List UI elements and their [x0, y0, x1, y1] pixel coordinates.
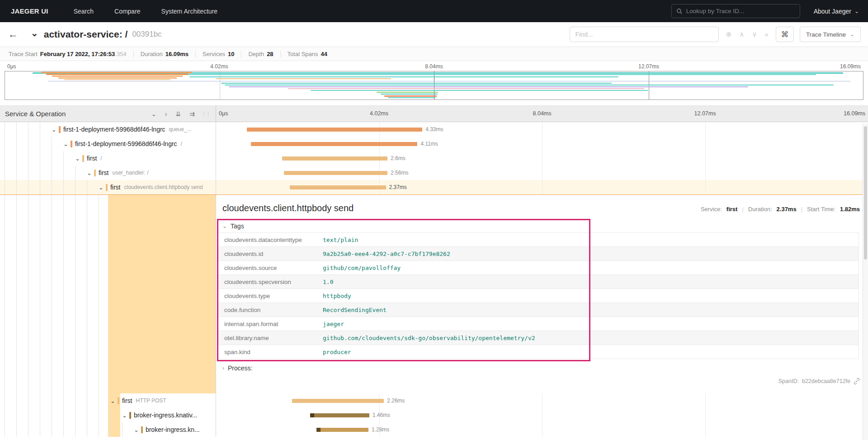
tags-section-header[interactable]: ⌄ Tags [218, 220, 859, 233]
timeline-gridline [705, 408, 706, 422]
minimap-canvas[interactable] [5, 71, 863, 100]
app-brand[interactable]: JAEGER UI [11, 7, 48, 15]
operation-name: cloudevents.client.httpbody send [124, 184, 203, 190]
trace-collapse-toggle[interactable]: ⌄ [31, 28, 38, 38]
timeline-gridline [705, 122, 706, 137]
tag-key: otel.library.name [224, 335, 323, 341]
timeline-gridline [705, 137, 706, 151]
span-row-name-cell[interactable]: ⌄firstHTTP POST [0, 393, 216, 408]
span-bar[interactable] [251, 142, 417, 146]
span-row-name-cell[interactable]: ⌄firstcloudevents.client.httpbody send [0, 180, 216, 194]
indent-guide [63, 151, 64, 166]
column-resize-handle[interactable]: ⋮⋮ [201, 111, 210, 117]
indent-guide [52, 180, 52, 194]
indent-guide [28, 151, 28, 166]
chevron-down-icon[interactable]: ⌄ [75, 156, 80, 161]
span-row-timeline-cell[interactable]: 4.33ms [216, 122, 868, 137]
chevron-down-icon[interactable]: ⌄ [110, 398, 115, 404]
span-row[interactable]: ⌄firstHTTP POST2.26ms [0, 393, 868, 408]
nav-item-compare[interactable]: Compare [114, 8, 141, 15]
nav-item-search[interactable]: Search [74, 8, 94, 15]
chevron-down-icon[interactable]: ⌄ [134, 427, 139, 433]
span-bar-cap [310, 413, 314, 417]
trace-view-selector[interactable]: Trace Timeline ⌄ [800, 27, 861, 42]
span-row[interactable]: ⌄first-1-deployment-59968d6f46-lngrc/4.1… [0, 137, 868, 151]
prev-match-icon[interactable]: ∧ [739, 30, 744, 38]
span-row-timeline-cell[interactable]: 2.37ms [216, 180, 868, 194]
chevron-down-icon[interactable]: ⌄ [122, 412, 127, 418]
scrollbar-thumb[interactable] [864, 126, 867, 260]
minimap-span [225, 85, 834, 85]
indent-guide [122, 422, 123, 437]
timeline-tick: 12.07ms [638, 63, 659, 70]
timeline-gridline [542, 151, 542, 166]
span-row-timeline-cell[interactable]: 2.6ms [216, 151, 868, 166]
nav-item-system-architecture[interactable]: System Architecture [161, 8, 218, 15]
span-row-name-cell[interactable]: ⌄broker-ingress.knativ... [0, 408, 216, 422]
chevron-down-icon[interactable]: ⌄ [52, 127, 57, 132]
summary-label: Trace Start [9, 51, 38, 57]
span-row-name-cell[interactable]: ⌄firstuser_handler: / [0, 166, 216, 180]
trace-lookup-input[interactable] [686, 8, 795, 14]
span-duration-label: 1.28ms [372, 422, 389, 437]
span-row-timeline-cell[interactable]: 1.28ms [216, 422, 868, 437]
span-row[interactable]: ⌄first/2.6ms [0, 151, 868, 166]
chevron-down-icon[interactable]: ⌄ [87, 170, 92, 176]
span-bar[interactable] [284, 171, 387, 175]
indent-guide [87, 195, 87, 393]
service-name: first [110, 184, 121, 191]
span-row[interactable]: ⌄firstcloudevents.client.httpbody send2.… [0, 180, 868, 194]
tag-value: github.com/cloudevents/sdk-go/observabil… [323, 335, 535, 341]
back-button[interactable]: ← [5, 28, 21, 40]
span-row[interactable]: ⌄firstuser_handler: /2.56ms [0, 166, 868, 180]
span-bar[interactable] [282, 156, 387, 161]
clear-find-icon[interactable]: × [764, 31, 769, 38]
span-row-name-cell[interactable]: ⌄first-1-deployment-59968d6f46-lngrc/ [0, 137, 216, 151]
span-rows-below: ⌄firstHTTP POST2.26ms⌄broker-ingress.kna… [0, 393, 868, 437]
timeline-gridline [542, 422, 542, 437]
about-jaeger-menu[interactable]: About Jaeger ⌄ [814, 8, 859, 15]
expand-one-icon[interactable]: › [165, 110, 167, 118]
chevron-down-icon[interactable]: ⌄ [99, 185, 104, 190]
indent-guide [28, 393, 28, 408]
keyboard-shortcuts-button[interactable]: ⌘ [776, 27, 794, 42]
span-bar[interactable] [310, 413, 369, 417]
indent-guide [16, 137, 17, 151]
minimap-span [216, 78, 391, 79]
span-row-name-cell[interactable]: ⌄first/ [0, 151, 216, 166]
vertical-scrollbar[interactable] [863, 123, 868, 440]
trace-lookup-box[interactable] [671, 4, 800, 18]
focus-match-icon[interactable]: ⊕ [726, 30, 732, 38]
indent-guide [40, 195, 40, 393]
span-row-timeline-cell[interactable]: 1.46ms [216, 408, 868, 422]
span-row-timeline-cell[interactable]: 2.56ms [216, 166, 868, 180]
span-bar[interactable] [292, 399, 384, 403]
span-bar[interactable] [290, 185, 386, 189]
collapse-one-icon[interactable]: ⌄ [151, 110, 156, 118]
link-icon[interactable] [854, 378, 860, 384]
span-bar[interactable] [316, 428, 368, 432]
span-row-name-cell[interactable]: ⌄first-1-deployment-59968d6f46-lngrcqueu… [0, 122, 216, 137]
timeline-tick-header: 0μs4.02ms8.04ms12.07ms16.09ms [216, 106, 868, 122]
process-section-header[interactable]: › Process: [216, 359, 868, 376]
span-detail-meta: Service:first|Duration:2.37ms|Start Time… [701, 206, 860, 213]
timeline-tick: 16.09ms [844, 110, 865, 117]
span-row[interactable]: ⌄broker-ingress.kn...1.28ms [0, 422, 868, 437]
chevron-down-icon[interactable]: ⌄ [63, 141, 68, 147]
span-row[interactable]: ⌄broker-ingress.knativ...1.46ms [0, 408, 868, 422]
span-detail-gutter [0, 195, 216, 393]
span-row-name-cell[interactable]: ⌄broker-ingress.kn... [0, 422, 216, 437]
span-row[interactable]: ⌄first-1-deployment-59968d6f46-lngrcqueu… [0, 122, 868, 137]
next-match-icon[interactable]: ∨ [752, 30, 757, 38]
span-bar[interactable] [247, 128, 422, 132]
collapse-all-icon[interactable]: ⇉ [189, 110, 195, 118]
indent-guide [28, 166, 28, 180]
expand-all-icon[interactable]: ⇊ [176, 110, 181, 118]
span-row-timeline-cell[interactable]: 2.26ms [216, 393, 868, 408]
indent-guide [16, 151, 17, 166]
indent-guide [28, 408, 28, 422]
span-row-timeline-cell[interactable]: 4.11ms [216, 137, 868, 151]
find-input[interactable] [570, 27, 719, 42]
chevron-down-icon: ⌄ [854, 8, 859, 14]
span-bar-cap [316, 428, 321, 432]
